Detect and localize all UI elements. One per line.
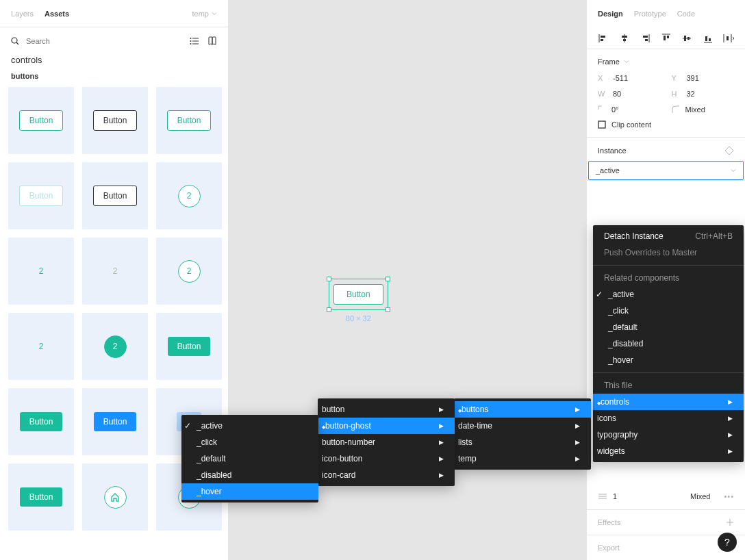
menu-file-controls[interactable]: ◆controls▶ [593, 394, 744, 410]
asset-preview: Button [168, 337, 211, 356]
menu-item-icon-button[interactable]: icon-button▶ [318, 450, 455, 467]
asset-cell[interactable]: 2 [156, 238, 222, 305]
export-label: Export [598, 544, 620, 552]
menu-item-hover[interactable]: _hover [181, 483, 318, 500]
selected-frame[interactable]: Button 80 × 32 [329, 279, 388, 322]
search-icon [11, 37, 19, 45]
asset-preview: 2 [39, 266, 44, 276]
tab-prototype[interactable]: Prototype [634, 10, 666, 18]
menu-push-overrides[interactable]: Push Overrides to Master [593, 244, 744, 261]
layout-count[interactable]: 1 [613, 492, 617, 500]
corner-value[interactable]: Mixed [685, 105, 705, 114]
menu-item-button-ghost[interactable]: ◆button-ghost▶ [318, 418, 455, 434]
w-value[interactable]: 80 [613, 90, 621, 98]
menu-file-icons[interactable]: icons▶ [593, 410, 744, 427]
h-value[interactable]: 32 [687, 90, 695, 98]
instance-menu[interactable]: Detach InstanceCtrl+Alt+BPush Overrides … [593, 225, 744, 462]
menu-item-click[interactable]: _click [181, 434, 318, 450]
h-label: H [672, 90, 681, 98]
plus-icon[interactable] [726, 518, 734, 526]
more-icon[interactable]: ••• [724, 492, 734, 500]
asset-preview: Button [93, 110, 138, 131]
categories-submenu[interactable]: ◆buttons▶date-time▶lists▶temp▶ [454, 398, 591, 470]
svg-rect-28 [727, 36, 729, 40]
menu-thisfile-label: This file [593, 377, 744, 394]
menu-item-button[interactable]: button▶ [318, 401, 455, 418]
list-view-icon[interactable] [190, 36, 199, 46]
asset-cell[interactable]: Button [82, 87, 148, 154]
rotation-value[interactable]: 0° [611, 105, 619, 114]
menu-item-icon-card[interactable]: icon-card▶ [318, 467, 455, 483]
asset-cell[interactable]: Button [8, 463, 74, 531]
tab-code[interactable]: Code [677, 10, 695, 18]
checkbox-icon[interactable] [598, 120, 606, 129]
menu-item-button-number[interactable]: button-number▶ [318, 434, 455, 450]
asset-cell[interactable]: 2 [82, 313, 148, 380]
asset-cell[interactable]: Button [8, 388, 74, 455]
asset-cell[interactable]: Button [82, 388, 148, 455]
align-right-icon[interactable] [640, 33, 651, 44]
states-submenu[interactable]: ✓_active_click_default_disabled_hover [181, 415, 318, 502]
asset-cell[interactable]: Button [8, 162, 74, 229]
right-tabs: Design Prototype Code [587, 0, 745, 27]
variants-submenu[interactable]: button▶◆button-ghost▶button-number▶icon-… [318, 398, 455, 486]
menu-related-default[interactable]: _default [593, 319, 744, 335]
distribute-icon[interactable] [723, 33, 734, 44]
svg-rect-22 [687, 37, 690, 40]
clip-content-label[interactable]: Clip content [611, 120, 651, 129]
x-value[interactable]: -511 [613, 74, 628, 82]
tab-layers[interactable]: Layers [11, 10, 34, 18]
menu-related-click[interactable]: _click [593, 303, 744, 319]
layout-grid-icon[interactable] [598, 492, 607, 501]
frame-dropdown[interactable]: Frame [598, 58, 734, 66]
menu-item-default[interactable]: _default [181, 450, 318, 467]
search-input[interactable] [26, 37, 183, 45]
svg-rect-21 [684, 36, 686, 41]
y-label: Y [672, 74, 681, 82]
asset-cell[interactable]: Button [156, 87, 222, 154]
align-top-icon[interactable] [661, 33, 672, 44]
align-bottom-icon[interactable] [703, 33, 714, 44]
asset-preview: 2 [113, 266, 118, 276]
asset-cell[interactable]: 2 [8, 313, 74, 380]
svg-rect-18 [664, 36, 666, 40]
y-value[interactable]: 391 [687, 74, 699, 82]
align-vcenter-icon[interactable] [681, 33, 692, 44]
asset-cell[interactable]: 2 [8, 238, 74, 305]
menu-related-active[interactable]: ✓_active [593, 286, 744, 303]
asset-cell[interactable] [82, 463, 148, 531]
x-label: X [598, 74, 607, 82]
instance-select[interactable]: _active [588, 161, 744, 180]
tab-design[interactable]: Design [598, 10, 623, 18]
page-name: temp [192, 10, 209, 18]
menu-related-hover[interactable]: _hover [593, 352, 744, 368]
menu-item-disabled[interactable]: _disabled [181, 467, 318, 483]
asset-cell[interactable]: Button [156, 313, 222, 380]
library-icon[interactable] [207, 36, 217, 46]
help-button[interactable]: ? [718, 533, 737, 552]
asset-cell[interactable]: 2 [156, 162, 222, 229]
menu-item-temp[interactable]: temp▶ [454, 450, 591, 467]
instance-header: Instance [598, 147, 627, 155]
svg-rect-13 [623, 39, 626, 41]
menu-item-date-time[interactable]: date-time▶ [454, 418, 591, 434]
asset-preview: Button [19, 186, 64, 206]
asset-cell[interactable]: 2 [82, 238, 148, 305]
tab-assets[interactable]: Assets [45, 10, 69, 18]
menu-item-buttons[interactable]: ◆buttons▶ [454, 401, 591, 418]
menu-item-active[interactable]: ✓_active [181, 418, 318, 434]
menu-detach-instance[interactable]: Detach InstanceCtrl+Alt+B [593, 228, 744, 244]
go-to-master-icon[interactable] [724, 146, 734, 155]
menu-item-lists[interactable]: lists▶ [454, 434, 591, 450]
align-left-icon[interactable] [598, 33, 609, 44]
asset-cell[interactable]: Button [82, 162, 148, 229]
align-hcenter-icon[interactable] [619, 33, 630, 44]
menu-related-disabled[interactable]: _disabled [593, 335, 744, 352]
menu-file-widgets[interactable]: widgets▶ [593, 443, 744, 459]
svg-rect-33 [598, 121, 605, 128]
menu-file-typography[interactable]: typography▶ [593, 427, 744, 443]
asset-cell[interactable]: Button [8, 87, 74, 154]
asset-preview: Button [20, 487, 63, 507]
page-selector[interactable]: temp [192, 10, 217, 18]
layout-mixed[interactable]: Mixed [690, 492, 710, 500]
